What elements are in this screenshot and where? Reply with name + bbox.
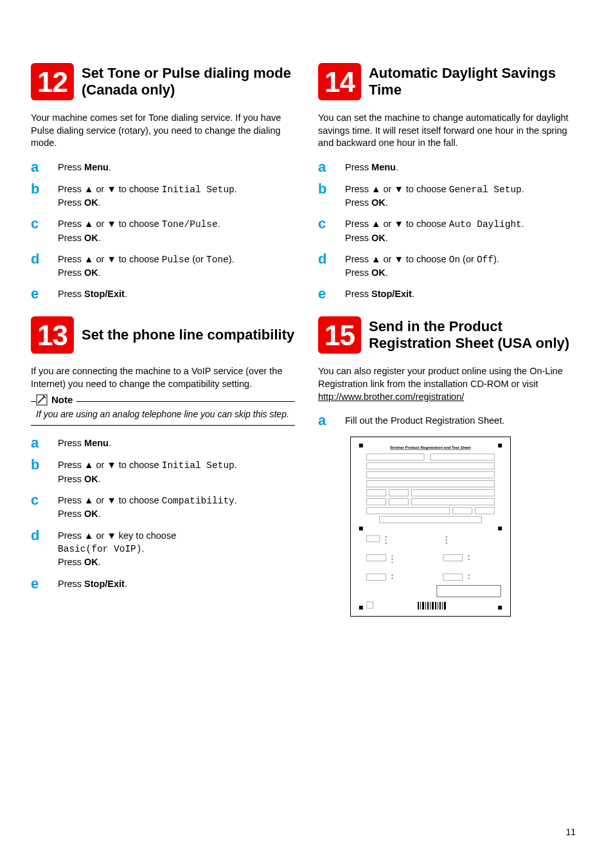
- text: ).: [229, 254, 235, 264]
- text: .: [98, 267, 101, 278]
- svg-rect-40: [437, 585, 501, 597]
- step-letter-c: c: [31, 493, 44, 521]
- section-13-title: Set the phone line compatibility: [82, 327, 294, 343]
- section-13-intro: If you are connecting the machine to a V…: [31, 365, 295, 390]
- step-letter-a: a: [31, 160, 44, 174]
- step-13a: a Press Menu.: [31, 436, 295, 450]
- text: Press: [58, 474, 84, 484]
- step-body: Press ▲ or ▼ to choose Initial Setup. Pr…: [58, 458, 237, 485]
- menu-value: Pulse: [162, 255, 190, 265]
- button-ref: Menu: [371, 162, 396, 172]
- text: Press: [58, 233, 84, 243]
- svg-rect-44: [420, 602, 421, 610]
- step-12c: c Press ▲ or ▼ to choose Tone/Pulse. Pre…: [31, 217, 295, 244]
- text: .: [386, 197, 388, 208]
- step-15a: a Fill out the Product Registration Shee…: [318, 413, 582, 428]
- step-letter-d: d: [318, 252, 331, 280]
- svg-rect-24: [443, 574, 463, 581]
- menu-value: Initial Setup: [162, 185, 235, 195]
- svg-point-25: [385, 536, 386, 538]
- svg-rect-20: [367, 536, 380, 542]
- text: .: [109, 162, 111, 172]
- menu-value: Basic(for VoIP): [58, 544, 142, 554]
- button-ref: OK: [84, 509, 98, 519]
- text: Press ▲ or ▼ key to choose: [58, 530, 176, 541]
- svg-rect-45: [422, 602, 424, 610]
- step-body: Press ▲ or ▼ to choose Tone/Pulse. Press…: [58, 217, 220, 244]
- svg-rect-10: [411, 490, 494, 496]
- svg-rect-7: [367, 481, 495, 487]
- text: Press ▲ or ▼ to choose: [58, 460, 162, 470]
- step-13d: d Press ▲ or ▼ key to choose Basic(for V…: [31, 529, 295, 569]
- svg-rect-21: [367, 555, 386, 561]
- text: Press ▲ or ▼ to choose: [58, 219, 162, 229]
- step-letter-d: d: [31, 529, 44, 569]
- step-number-14: 14: [318, 63, 361, 100]
- svg-rect-4: [431, 454, 494, 460]
- svg-rect-46: [425, 602, 426, 610]
- text: .: [396, 162, 398, 172]
- step-13e: e Press Stop/Exit.: [31, 577, 295, 591]
- step-letter-d: d: [31, 252, 44, 280]
- svg-rect-43: [418, 602, 419, 610]
- svg-point-36: [391, 574, 393, 575]
- note-text: If you are using an analog telephone lin…: [36, 408, 290, 420]
- step-number-13: 13: [31, 316, 74, 354]
- section-12-header: 12 Set Tone or Pulse dialing mode(Canada…: [31, 63, 295, 100]
- button-ref: OK: [84, 267, 98, 278]
- text: .: [142, 543, 145, 554]
- svg-rect-9: [389, 490, 408, 496]
- text: You can also register your product onlin…: [318, 366, 563, 389]
- svg-rect-1: [359, 444, 363, 448]
- form-title: Brother Product Registration and Test Sh…: [390, 446, 470, 449]
- text: .: [522, 219, 524, 229]
- button-ref: OK: [371, 233, 386, 243]
- text: (or: [460, 254, 477, 264]
- text: Press ▲ or ▼ to choose: [58, 495, 162, 505]
- svg-rect-8: [367, 490, 386, 496]
- section-14-title: Automatic Daylight Savings Time: [369, 65, 582, 99]
- step-14e: e Press Stop/Exit.: [318, 287, 582, 301]
- button-ref: Stop/Exit: [84, 579, 125, 589]
- step-12b: b Press ▲ or ▼ to choose Initial Setup. …: [31, 182, 295, 210]
- svg-rect-53: [442, 602, 443, 610]
- step-letter-e: e: [318, 287, 331, 301]
- svg-point-26: [385, 539, 386, 541]
- text: Press: [345, 197, 371, 208]
- text: .: [98, 557, 101, 567]
- svg-point-30: [446, 543, 447, 544]
- step-letter-e: e: [31, 287, 44, 301]
- svg-point-35: [468, 559, 469, 560]
- svg-rect-3: [367, 454, 424, 460]
- note-header: Note: [36, 394, 76, 406]
- step-body: Press Menu.: [58, 160, 111, 174]
- step-12d: d Press ▲ or ▼ to choose Pulse (or Tone)…: [31, 252, 295, 280]
- registration-link[interactable]: http://www.brother.com/registration/: [318, 392, 464, 402]
- step-body: Press ▲ or ▼ to choose General Setup. Pr…: [345, 182, 524, 210]
- section-15-intro: You can also register your product onlin…: [318, 365, 582, 403]
- step-13b: b Press ▲ or ▼ to choose Initial Setup. …: [31, 458, 295, 485]
- text: .: [98, 474, 101, 484]
- text: Press: [58, 509, 84, 519]
- svg-rect-51: [438, 602, 438, 610]
- step-body: Press Stop/Exit.: [58, 577, 127, 591]
- svg-rect-54: [444, 602, 446, 610]
- note-icon: [36, 394, 48, 406]
- svg-rect-23: [443, 555, 463, 561]
- menu-value: Tone: [206, 255, 229, 265]
- page-number: 11: [565, 827, 576, 837]
- button-ref: OK: [84, 197, 98, 208]
- svg-point-39: [468, 577, 469, 579]
- svg-rect-50: [435, 602, 436, 610]
- step-number-12: 12: [31, 63, 74, 100]
- text: Press ▲ or ▼ to choose: [345, 254, 449, 264]
- text: .: [98, 233, 101, 243]
- svg-point-37: [391, 577, 393, 579]
- registration-form-icon: Brother Product Registration and Test Sh…: [353, 440, 508, 613]
- svg-rect-14: [367, 507, 450, 514]
- text: ).: [493, 254, 499, 264]
- step-number-15: 15: [318, 316, 361, 354]
- button-ref: OK: [84, 474, 98, 484]
- svg-point-28: [446, 536, 447, 538]
- text: .: [125, 289, 127, 299]
